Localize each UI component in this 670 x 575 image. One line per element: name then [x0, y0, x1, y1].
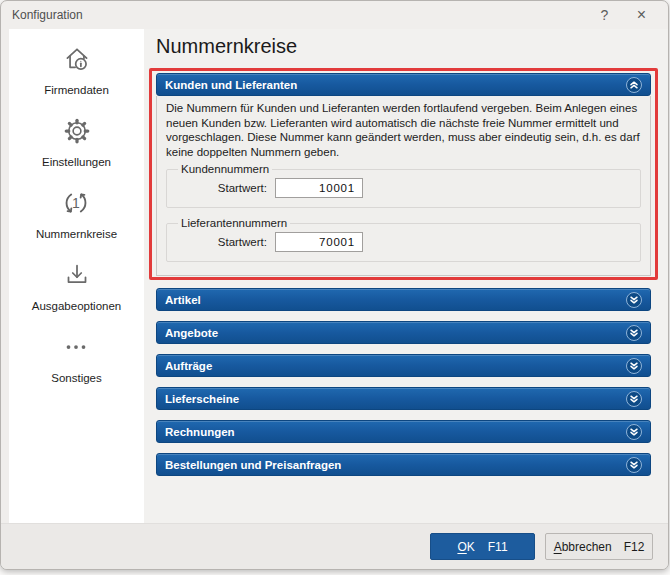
configuration-dialog: Konfiguration ? × Firmendaten	[0, 0, 669, 570]
ok-button-shortcut: F11	[488, 540, 508, 554]
cancel-button-shortcut: F12	[624, 540, 645, 554]
sidebar-item-firmendaten[interactable]: Firmendaten	[44, 42, 109, 96]
section-kunden-und-lieferanten: Kunden und Lieferanten Die Nummern für K…	[156, 73, 651, 276]
accordion-title: Bestellungen und Preisanfragen	[165, 459, 626, 471]
number-cycle-icon: 1	[59, 186, 93, 220]
accordion-header-artikel[interactable]: Artikel	[156, 288, 651, 311]
accordion-header-rechnungen[interactable]: Rechnungen	[156, 420, 651, 443]
accordion-title: Kunden und Lieferanten	[165, 79, 626, 91]
sidebar: Firmendaten	[9, 29, 144, 523]
accordion-panel: Die Nummern für Kunden und Lieferanten w…	[156, 96, 651, 276]
expand-section-button[interactable]	[626, 292, 642, 308]
expand-section-button[interactable]	[626, 358, 642, 374]
expand-section-button[interactable]	[626, 391, 642, 407]
home-info-icon	[60, 42, 94, 76]
cancel-button-label: Abbrechen	[554, 540, 612, 554]
page-title: Nummernkreise	[156, 33, 651, 59]
chevron-double-down-icon	[629, 328, 639, 338]
chevron-double-down-icon	[629, 427, 639, 437]
accordion-header-angebote[interactable]: Angebote	[156, 321, 651, 344]
collapsed-sections: Artikel Angebote	[156, 288, 651, 476]
expand-section-button[interactable]	[626, 325, 642, 341]
sidebar-item-label: Ausgabeoptionen	[32, 300, 122, 312]
chevron-double-down-icon	[629, 295, 639, 305]
gear-icon	[60, 114, 94, 148]
expand-section-button[interactable]	[626, 457, 642, 473]
chevron-double-up-icon	[629, 80, 639, 90]
kundennummern-startwert-input[interactable]	[275, 178, 363, 198]
accordion-title: Lieferscheine	[165, 393, 626, 405]
sidebar-item-label: Firmendaten	[44, 84, 109, 96]
ok-button-label: OK	[457, 540, 474, 554]
section-description: Die Nummern für Kunden und Lieferanten w…	[166, 101, 641, 159]
sidebar-item-einstellungen[interactable]: Einstellungen	[42, 114, 111, 168]
chevron-double-down-icon	[629, 394, 639, 404]
startwert-label: Startwert:	[177, 236, 267, 248]
accordion-header-kunden-und-lieferanten[interactable]: Kunden und Lieferanten	[156, 73, 651, 96]
help-button[interactable]: ?	[586, 1, 623, 29]
chevron-double-down-icon	[629, 460, 639, 470]
accordion-title: Aufträge	[165, 360, 626, 372]
group-kundennummern: Kundennummern Startwert:	[166, 163, 641, 208]
cancel-button[interactable]: Abbrechen F12	[545, 533, 653, 560]
dialog-body: Firmendaten	[1, 29, 668, 523]
sidebar-item-label: Einstellungen	[42, 156, 111, 168]
left-gutter	[1, 29, 9, 523]
accordion-title: Rechnungen	[165, 426, 626, 438]
accordion-header-lieferscheine[interactable]: Lieferscheine	[156, 387, 651, 410]
ok-button[interactable]: OK F11	[430, 533, 535, 560]
svg-text:1: 1	[73, 195, 81, 211]
field-row: Startwert:	[177, 232, 630, 252]
group-legend: Lieferantennummern	[178, 217, 290, 229]
main-content: Nummernkreise Kunden und Lieferanten Die…	[144, 29, 668, 523]
startwert-label: Startwert:	[177, 182, 267, 194]
sidebar-item-ausgabeoptionen[interactable]: Ausgabeoptionen	[32, 258, 122, 312]
window-title: Konfiguration	[1, 8, 586, 22]
dialog-footer: OK F11 Abbrechen F12	[1, 523, 668, 569]
chevron-double-down-icon	[629, 361, 639, 371]
accordion-header-auftraege[interactable]: Aufträge	[156, 354, 651, 377]
title-bar: Konfiguration ? ×	[1, 1, 668, 29]
sidebar-item-label: Nummernkreise	[36, 228, 117, 240]
close-button[interactable]: ×	[623, 1, 660, 29]
output-tray-icon	[60, 258, 94, 292]
group-legend: Kundennummern	[178, 163, 272, 175]
ellipsis-icon	[59, 330, 93, 364]
accordion-header-bestellungen-und-preisanfragen[interactable]: Bestellungen und Preisanfragen	[156, 453, 651, 476]
collapse-section-button[interactable]	[626, 77, 642, 93]
sidebar-item-label: Sonstiges	[51, 372, 102, 384]
field-row: Startwert:	[177, 178, 630, 198]
expand-section-button[interactable]	[626, 424, 642, 440]
sidebar-item-nummernkreise[interactable]: 1 Nummernkreise	[36, 186, 117, 240]
accordion-title: Angebote	[165, 327, 626, 339]
sidebar-item-sonstiges[interactable]: Sonstiges	[51, 330, 102, 384]
lieferantennummern-startwert-input[interactable]	[275, 232, 363, 252]
accordion-title: Artikel	[165, 294, 626, 306]
group-lieferantennummern: Lieferantennummern Startwert:	[166, 217, 641, 262]
